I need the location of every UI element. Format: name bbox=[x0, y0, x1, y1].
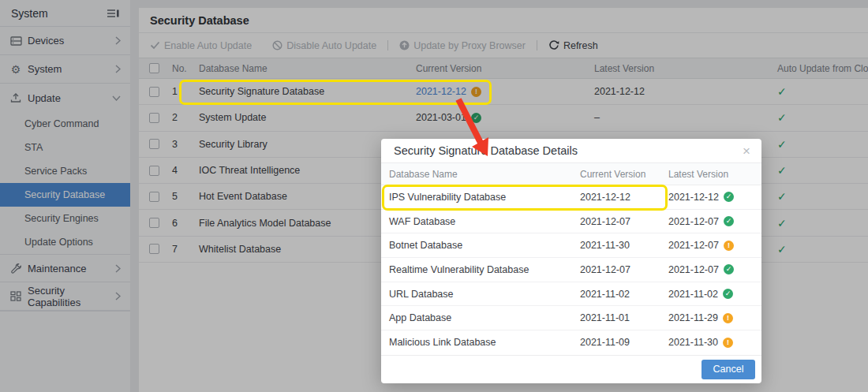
ok-status-icon: ✓ bbox=[724, 264, 734, 274]
database-name: Botnet Database bbox=[381, 240, 572, 251]
dialog-table-row: App Database 2021-11-01 2021-11-29! bbox=[381, 306, 761, 330]
ok-status-icon: ✓ bbox=[723, 289, 733, 299]
ok-status-icon: ✓ bbox=[724, 192, 734, 202]
dialog-table-header-row: Database Name Current Version Latest Ver… bbox=[381, 162, 761, 185]
warning-status-icon: ! bbox=[723, 313, 733, 323]
dialog-table-row: Realtime Vulnerability Database 2021-12-… bbox=[381, 258, 761, 282]
current-version: 2021-11-02 bbox=[572, 289, 660, 300]
current-version: 2021-11-09 bbox=[572, 337, 660, 348]
current-version: 2021-11-30 bbox=[572, 240, 660, 251]
dialog-title: Security Signature Database Details bbox=[394, 144, 578, 157]
latest-version: 2021-11-02 bbox=[668, 289, 718, 300]
security-signature-database-details-dialog: Security Signature Database Details × Da… bbox=[381, 139, 761, 383]
database-name: IPS Vulnerability Database bbox=[381, 192, 572, 203]
latest-version: 2021-12-07 bbox=[668, 216, 719, 227]
latest-version: 2021-12-07 bbox=[668, 240, 719, 251]
latest-version: 2021-11-29 bbox=[668, 312, 718, 323]
close-icon[interactable]: × bbox=[743, 144, 750, 158]
dialog-table-row: Malicious Link Database 2021-11-09 2021-… bbox=[381, 330, 761, 355]
dialog-table-row: Botnet Database 2021-11-30 2021-12-07! bbox=[381, 233, 761, 258]
current-version: 2021-12-12 bbox=[572, 192, 660, 203]
latest-version: 2021-11-30 bbox=[668, 337, 718, 348]
database-name: Realtime Vulnerability Database bbox=[381, 264, 572, 275]
dialog-table-row: IPS Vulnerability Database 2021-12-12 20… bbox=[381, 185, 761, 210]
current-version: 2021-12-07 bbox=[572, 216, 660, 227]
database-name: URL Database bbox=[381, 289, 572, 300]
col-header-latest-version: Latest Version bbox=[660, 169, 761, 180]
latest-version: 2021-12-12 bbox=[668, 192, 719, 203]
ok-status-icon: ✓ bbox=[724, 216, 734, 226]
current-version: 2021-12-07 bbox=[572, 264, 660, 275]
warning-status-icon: ! bbox=[724, 241, 734, 251]
dialog-table-row: WAF Database 2021-12-07 2021-12-07✓ bbox=[381, 210, 761, 234]
warning-status-icon: ! bbox=[723, 338, 733, 348]
database-name: WAF Database bbox=[381, 216, 572, 227]
dialog-table-row: URL Database 2021-11-02 2021-11-02✓ bbox=[381, 282, 761, 307]
latest-version: 2021-12-07 bbox=[668, 264, 719, 275]
col-header-database-name: Database Name bbox=[381, 169, 572, 180]
cancel-button[interactable]: Cancel bbox=[702, 360, 755, 379]
current-version: 2021-11-01 bbox=[572, 312, 660, 323]
col-header-current-version: Current Version bbox=[572, 169, 660, 180]
database-name: App Database bbox=[381, 312, 572, 323]
database-name: Malicious Link Database bbox=[381, 337, 572, 348]
